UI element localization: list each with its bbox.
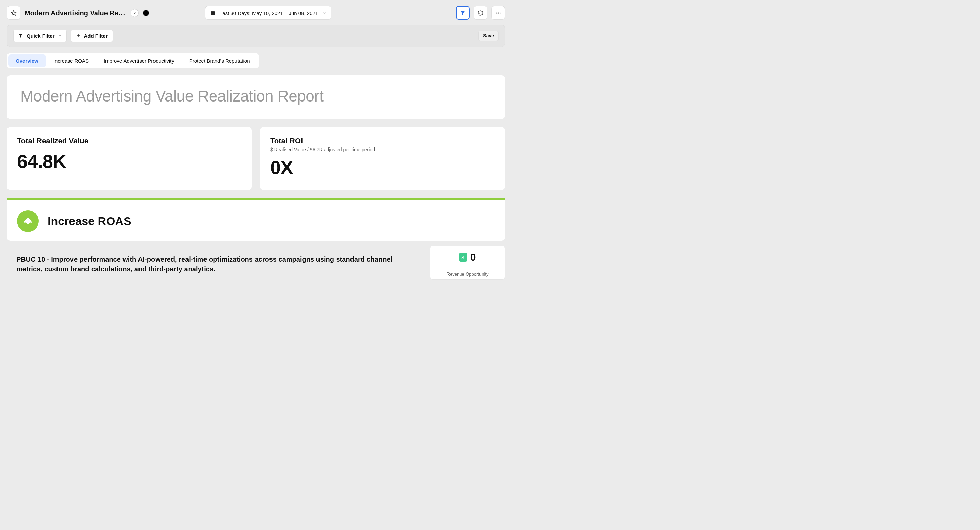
star-icon	[11, 10, 17, 16]
stat-row: Total Realized Value 64.8K Total ROI $ R…	[7, 127, 505, 190]
favorite-button[interactable]	[7, 6, 21, 20]
svg-rect-2	[211, 11, 215, 12]
tabs: Overview Increase ROAS Improve Advertise…	[7, 53, 259, 69]
filter-toggle-button[interactable]	[456, 6, 469, 20]
hero-title: Modern Advertising Value Realization Rep…	[21, 87, 492, 105]
svg-point-6	[500, 13, 501, 14]
stat-roi-title: Total ROI	[270, 137, 495, 145]
svg-marker-7	[19, 34, 23, 38]
opportunity-value: 0	[470, 251, 476, 263]
quick-filter-label: Quick Filter	[27, 33, 55, 39]
detail-row: PBUC 10 - Improve performance with AI-po…	[7, 246, 505, 279]
revenue-opportunity-box: $ 0 Revenue Opportunity	[430, 246, 505, 279]
stat-card-realized: Total Realized Value 64.8K	[7, 127, 252, 190]
section-title: Increase ROAS	[48, 215, 131, 228]
title-dropdown-button[interactable]	[130, 9, 139, 17]
stat-realized-value: 64.8K	[17, 150, 242, 172]
chevron-down-icon	[322, 11, 326, 15]
chevron-down-icon	[133, 11, 137, 14]
refresh-icon	[477, 10, 484, 16]
quick-filter-button[interactable]: Quick Filter	[13, 30, 67, 42]
filter-bar: Quick Filter Add Filter Save	[7, 24, 505, 47]
more-horizontal-icon	[495, 10, 501, 16]
dollar-icon: $	[460, 253, 467, 262]
stat-roi-value: 0X	[270, 156, 495, 179]
funnel-icon	[460, 10, 466, 16]
calendar-icon	[210, 10, 215, 16]
date-range-picker[interactable]: Last 30 Days: May 10, 2021 – Jun 08, 202…	[205, 6, 331, 20]
tab-protect-brand[interactable]: Protect Brand's Reputation	[182, 54, 258, 67]
date-range-text: Last 30 Days: May 10, 2021 – Jun 08, 202…	[220, 10, 318, 16]
add-filter-label: Add Filter	[84, 33, 108, 39]
save-label: Save	[483, 33, 494, 38]
stat-card-roi: Total ROI $ Realised Value / $ARR adjust…	[260, 127, 505, 190]
content: Modern Advertising Value Realization Rep…	[7, 75, 505, 279]
info-button[interactable]: i	[143, 10, 149, 16]
refresh-button[interactable]	[474, 6, 487, 20]
stat-roi-subtitle: $ Realised Value / $ARR adjusted per tim…	[270, 147, 495, 152]
tab-overview[interactable]: Overview	[8, 54, 46, 67]
svg-point-5	[498, 13, 499, 14]
plus-icon	[76, 34, 81, 38]
opportunity-value-row: $ 0	[430, 246, 504, 268]
save-button[interactable]: Save	[479, 31, 498, 41]
svg-marker-8	[59, 35, 61, 37]
page-title: Modern Advertising Value Realizati...	[24, 9, 127, 17]
more-button[interactable]	[492, 6, 505, 20]
tab-increase-roas[interactable]: Increase ROAS	[46, 54, 96, 67]
svg-marker-0	[11, 11, 16, 15]
stat-realized-title: Total Realized Value	[17, 137, 242, 145]
add-filter-button[interactable]: Add Filter	[71, 30, 113, 42]
hero-card: Modern Advertising Value Realization Rep…	[7, 75, 505, 119]
top-bar: Modern Advertising Value Realizati... i …	[0, 0, 512, 24]
section-increase-roas: Increase ROAS	[7, 198, 505, 241]
svg-point-4	[496, 13, 497, 14]
funnel-icon	[18, 34, 23, 38]
detail-text: PBUC 10 - Improve performance with AI-po…	[7, 246, 422, 279]
leaf-icon	[17, 210, 39, 232]
tab-improve-productivity[interactable]: Improve Advertiser Productivity	[96, 54, 182, 67]
svg-marker-3	[461, 11, 465, 15]
opportunity-label: Revenue Opportunity	[430, 268, 504, 279]
info-icon: i	[145, 11, 146, 16]
title-group: Modern Advertising Value Realizati... i	[24, 9, 149, 17]
caret-down-icon	[58, 34, 62, 37]
